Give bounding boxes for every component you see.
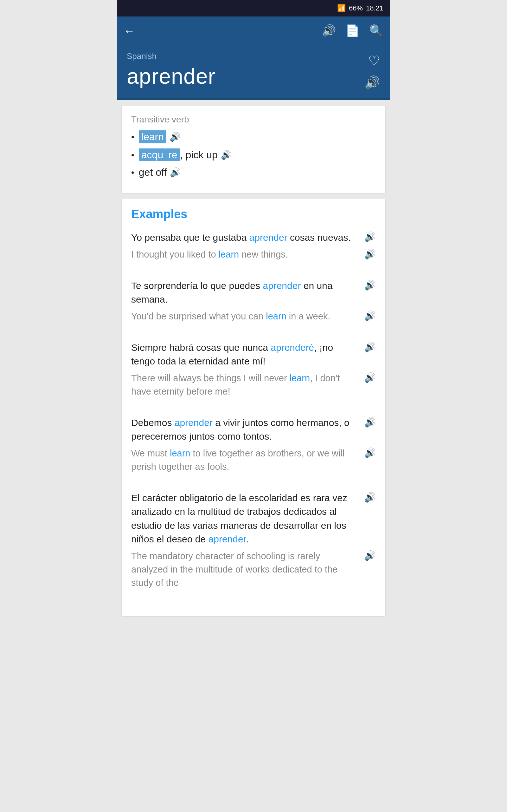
example-3: Siempre habrá cosas que nunca aprenderé,… bbox=[131, 341, 376, 404]
example-5-english: The mandatory character of schooling is … bbox=[131, 549, 364, 589]
example-1-spanish-row: Yo pensaba que te gustaba aprender cosas… bbox=[131, 231, 376, 245]
example-1-link-en[interactable]: learn bbox=[219, 249, 239, 259]
example-1: Yo pensaba que te gustaba aprender cosas… bbox=[131, 231, 376, 267]
wifi-icon: 📶 bbox=[337, 4, 346, 12]
word-title: aprender bbox=[127, 64, 380, 89]
part-of-speech: Transitive verb bbox=[131, 114, 376, 125]
example-5-english-row: The mandatory character of schooling is … bbox=[131, 549, 376, 589]
word-sound-button[interactable]: 🔊 bbox=[364, 75, 380, 90]
definition-item-learn: • learn 🔊 bbox=[131, 131, 376, 143]
document-button[interactable]: 📄 bbox=[345, 24, 360, 38]
example-5-spanish: El carácter obligatorio de la escolarida… bbox=[131, 491, 364, 546]
example-2: Te sorprendería lo que puedes aprender e… bbox=[131, 279, 376, 329]
example-4-spanish: Debemos aprender a vivir juntos como her… bbox=[131, 416, 364, 444]
example-3-english: There will always be things I will never… bbox=[131, 371, 364, 398]
example-3-spanish: Siempre habrá cosas que nunca aprenderé,… bbox=[131, 341, 364, 368]
battery-level: 66% bbox=[349, 4, 363, 12]
example-4-link-es[interactable]: aprender bbox=[175, 417, 213, 428]
learn-sound-button[interactable]: 🔊 bbox=[170, 132, 181, 142]
definition-card: Transitive verb • learn 🔊 • acqure, pick… bbox=[122, 106, 385, 193]
def-word-getoff: get off bbox=[139, 166, 167, 178]
example-5-english-sound[interactable]: 🔊 bbox=[364, 550, 376, 561]
example-4-spanish-row: Debemos aprender a vivir juntos como her… bbox=[131, 416, 376, 444]
example-4-link-en[interactable]: learn bbox=[170, 448, 190, 458]
example-3-spanish-row: Siempre habrá cosas que nunca aprenderé,… bbox=[131, 341, 376, 368]
definition-item-getoff: • get off 🔊 bbox=[131, 166, 376, 178]
status-bar: 📶 66% 18:21 bbox=[117, 0, 390, 16]
examples-title: Examples bbox=[131, 207, 376, 221]
sound-button[interactable]: 🔊 bbox=[322, 24, 336, 38]
example-4-english: We must learn to live together as brothe… bbox=[131, 447, 364, 473]
example-4-english-row: We must learn to live together as brothe… bbox=[131, 447, 376, 473]
example-3-spanish-sound[interactable]: 🔊 bbox=[364, 341, 376, 352]
example-3-english-sound[interactable]: 🔊 bbox=[364, 372, 376, 383]
app-bar-right: 🔊 📄 🔍 bbox=[322, 24, 383, 38]
status-icons: 📶 66% 18:21 bbox=[337, 4, 383, 12]
bullet-2: • bbox=[131, 150, 134, 160]
example-3-link-en[interactable]: learn bbox=[290, 373, 310, 383]
bullet-3: • bbox=[131, 167, 134, 177]
example-1-english: I thought you liked to learn new things. bbox=[131, 248, 364, 261]
example-5: El carácter obligatorio de la escolarida… bbox=[131, 491, 376, 596]
example-1-english-row: I thought you liked to learn new things.… bbox=[131, 248, 376, 261]
example-2-english-row: You'd be surprised what you can learn in… bbox=[131, 310, 376, 323]
example-5-spanish-sound[interactable]: 🔊 bbox=[364, 492, 376, 503]
example-1-spanish: Yo pensaba que te gustaba aprender cosas… bbox=[131, 231, 364, 245]
example-2-english-sound[interactable]: 🔊 bbox=[364, 310, 376, 321]
example-1-english-sound[interactable]: 🔊 bbox=[364, 248, 376, 259]
example-2-spanish-sound[interactable]: 🔊 bbox=[364, 280, 376, 291]
search-button[interactable]: 🔍 bbox=[369, 24, 383, 38]
bullet-1: • bbox=[131, 132, 134, 142]
example-4-english-sound[interactable]: 🔊 bbox=[364, 447, 376, 458]
time-display: 18:21 bbox=[366, 4, 383, 12]
example-4: Debemos aprender a vivir juntos como her… bbox=[131, 416, 376, 479]
word-language: Spanish bbox=[127, 51, 380, 61]
word-header: Spanish aprender ♡ 🔊 bbox=[117, 45, 390, 98]
app-bar-left: ← bbox=[124, 24, 135, 38]
example-2-english: You'd be surprised what you can learn in… bbox=[131, 310, 364, 323]
example-5-link-es[interactable]: aprender bbox=[209, 534, 246, 544]
getoff-sound-button[interactable]: 🔊 bbox=[170, 167, 181, 177]
def-word-learn: learn bbox=[139, 131, 166, 143]
acquire-sound-button[interactable]: 🔊 bbox=[221, 150, 232, 160]
example-2-link-en[interactable]: learn bbox=[266, 311, 286, 321]
back-button[interactable]: ← bbox=[124, 24, 135, 38]
example-3-link-es[interactable]: aprenderé bbox=[271, 342, 314, 353]
app-bar: ← 🔊 📄 🔍 bbox=[117, 16, 390, 45]
example-2-link-es[interactable]: aprender bbox=[263, 281, 301, 291]
examples-section: Examples Yo pensaba que te gustaba apren… bbox=[122, 199, 385, 616]
example-1-spanish-sound[interactable]: 🔊 bbox=[364, 231, 376, 242]
header-divider bbox=[117, 98, 390, 100]
def-word-acquire: acqure, pick up bbox=[139, 149, 218, 161]
example-1-link-es[interactable]: aprender bbox=[249, 232, 287, 243]
example-2-spanish-row: Te sorprendería lo que puedes aprender e… bbox=[131, 279, 376, 306]
example-3-english-row: There will always be things I will never… bbox=[131, 371, 376, 398]
example-4-spanish-sound[interactable]: 🔊 bbox=[364, 416, 376, 427]
example-5-spanish-row: El carácter obligatorio de la escolarida… bbox=[131, 491, 376, 546]
definition-item-acquire: • acqure, pick up 🔊 bbox=[131, 149, 376, 161]
favorite-button[interactable]: ♡ bbox=[368, 53, 380, 68]
example-2-spanish: Te sorprendería lo que puedes aprender e… bbox=[131, 279, 364, 306]
